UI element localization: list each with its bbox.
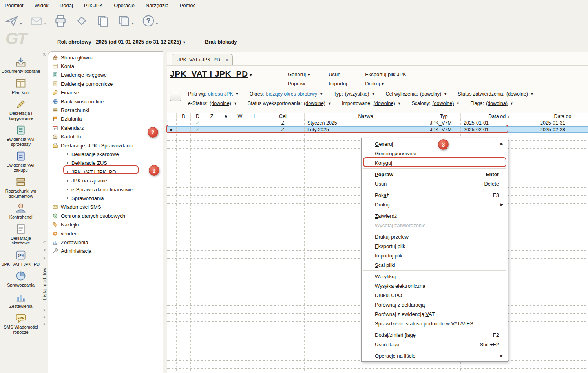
context-menu-item-dodaj-zmien-flage[interactable]: Dodaj/zmień flagęF2	[362, 330, 508, 340]
menu-operacje[interactable]: Operacje	[114, 2, 135, 8]
filter-scalony[interactable]: Scalony:(dowolne)	[411, 101, 460, 106]
jpk-file-row[interactable]: ✓ZStyczeń 2025JPK_V7M2025-01-012025-01-3…	[167, 119, 588, 126]
module-kontrahenci[interactable]: Kontrahenci	[1, 202, 40, 220]
menu-plik-jpk[interactable]: Plik JPK	[84, 2, 103, 8]
module-ewidencja-vat-sprzedazy[interactable]: Ewidencja VAT sprzedaży	[1, 125, 40, 147]
toolbar-send-button[interactable]	[5, 13, 23, 28]
dropdown-caret-icon[interactable]	[44, 20, 46, 28]
module-dokumenty-pobrane[interactable]: Dokumenty pobrane	[1, 57, 40, 74]
module-ewidencja-vat-zakupu[interactable]: Ewidencja VAT zakupu	[1, 151, 40, 173]
toolbar-copy-button[interactable]	[95, 13, 110, 28]
menu-pomoc[interactable]: Pomoc	[179, 2, 195, 8]
action-importuj[interactable]: Importuj	[329, 81, 347, 86]
tree-item-jpk-na-zadanie[interactable]: JPK na żądanie	[48, 176, 163, 185]
context-menu-item-scal-pliki[interactable]: Scal pliki	[362, 260, 508, 270]
tree-item-jpk-vat-i-jpk-pd[interactable]: JPK_VAT i JPK_PD	[48, 167, 163, 176]
context-menu-item-eksportuj-plik[interactable]: Eksportuj plik	[362, 241, 508, 251]
context-menu-item-popraw[interactable]: PoprawEnter	[362, 169, 508, 179]
filter-e-status[interactable]: e-Status:(dowolne)	[188, 101, 237, 106]
tree-item-kalendarz[interactable]: Kalendarz	[48, 123, 163, 132]
dropdown-caret-icon[interactable]	[20, 20, 22, 28]
page-title[interactable]: JPK_VAT i JPK_PD	[170, 69, 252, 79]
toolbar-print-button[interactable]	[53, 13, 68, 28]
context-menu-item-drukuj[interactable]: Drukuj	[362, 200, 508, 209]
filter-status-wyeksportowania[interactable]: Status wyeksportowania:(dowolne)	[248, 101, 331, 106]
column-header-data_od[interactable]: Data od	[461, 113, 537, 119]
tree-item-wiadomosci-sms[interactable]: Wiadomości SMS	[48, 203, 163, 211]
column-header-typ[interactable]: Typ	[427, 113, 461, 119]
context-menu-item-wysylka-elektroniczna[interactable]: Wysyłka elektroniczna	[362, 281, 508, 290]
grid-header-row[interactable]: BDZeWICelNazwaTypData odData do	[167, 113, 588, 119]
context-menu-item-drukuj-przelew[interactable]: Drukuj przelew	[362, 232, 508, 241]
collapse-chevron-icon[interactable]	[43, 240, 46, 244]
column-header-cel[interactable]: Cel	[261, 113, 305, 119]
collapse-chevron-icon[interactable]	[43, 307, 46, 312]
action-popraw[interactable]: Popraw	[288, 81, 310, 86]
column-header-nazwa[interactable]: Nazwa	[305, 113, 427, 119]
module-dekretacja-i-ksiegowanie[interactable]: Dekretacja i księgowanie	[1, 99, 40, 121]
column-header-w[interactable]: W	[233, 113, 247, 119]
jpk-file-row[interactable]: ▶✓ZLuty 2025JPK_V7M2025-02-012025-02-28	[167, 126, 588, 133]
column-header-i[interactable]: I	[247, 113, 261, 119]
filter-okres[interactable]: Okres:bieżący okres obrotowy	[250, 91, 323, 97]
tree-item-vendero[interactable]: vendero	[48, 229, 163, 238]
tree-item-administracja[interactable]: Administracja	[48, 247, 163, 255]
module-plan-kont[interactable]: Plan kont	[1, 78, 40, 95]
context-menu-item-operacje-na-liscie[interactable]: Operacje na liście	[362, 351, 508, 360]
action-usun[interactable]: Usuń	[329, 72, 347, 77]
context-menu-item-porownaj-z-ewidencja-vat[interactable]: Porównaj z ewidencją VAT	[362, 309, 508, 319]
module-deklaracje-skarbowe[interactable]: Deklaracje skarbowe	[1, 224, 40, 246]
tree-item-ewidencje-ksiegowe[interactable]: Ewidencje księgowe	[48, 71, 163, 79]
context-menu-item-koryguj[interactable]: Koryguj	[362, 158, 508, 167]
collapse-chevron-icon[interactable]	[43, 248, 46, 252]
action-generuj[interactable]: Generuj	[288, 72, 310, 77]
filter-cel-wyliczenia[interactable]: Cel wyliczenia:(dowolny)	[385, 91, 447, 97]
fiscal-year-selector[interactable]: Rok obrotowy - 2025 (od 01-01-2025 do 31…	[57, 39, 186, 45]
collapse-chevron-icon[interactable]	[43, 255, 46, 260]
tree-item-e-sprawozdania-finansowe[interactable]: e-Sprawozdania finansowe	[48, 185, 163, 194]
tree-item-naklejki[interactable]: Naklejki	[48, 220, 163, 229]
filter-status-zatwierdzenia[interactable]: Status zatwierdzenia:(dowolne)	[458, 91, 534, 97]
tree-item-finanse[interactable]: Finanse	[48, 88, 163, 97]
lock-status-link[interactable]: Brak blokady	[205, 39, 237, 45]
context-menu-item-generuj-ponownie[interactable]: Generuj ponownie	[362, 149, 508, 158]
module-sprawozdania[interactable]: Sprawozdania	[1, 270, 40, 288]
context-menu-item-pokaz[interactable]: PokażF3	[362, 190, 508, 200]
column-header-e[interactable]: e	[219, 113, 233, 119]
action-eksportuj-plik-jpk[interactable]: Eksportuj plik JPK	[365, 72, 406, 77]
collapse-chevron-icon[interactable]	[43, 322, 46, 326]
filter-flaga[interactable]: Flaga:(dowolna)	[470, 101, 513, 106]
tree-item-kartoteki[interactable]: Kartoteki	[48, 132, 163, 141]
module-sms-wiadomosci-robocze[interactable]: SMSSMS Wiadomości robocze	[1, 312, 40, 334]
tree-item-konta[interactable]: Konta	[48, 62, 163, 70]
column-header-z[interactable]: Z	[205, 113, 219, 119]
dropdown-caret-icon[interactable]	[132, 20, 134, 28]
column-header-ind[interactable]	[167, 113, 177, 119]
tab-close-icon[interactable]	[226, 57, 228, 62]
tree-item-sprawozdania[interactable]: Sprawozdania	[48, 194, 163, 202]
column-header-data_do[interactable]: Data do	[537, 113, 588, 119]
context-menu-item-weryfikuj[interactable]: Weryfikuj	[362, 272, 508, 281]
toolbar-help-button[interactable]: ?	[141, 13, 159, 28]
context-menu-item-importuj-plik[interactable]: Importuj plik	[362, 251, 508, 260]
toolbar-stack-button[interactable]	[117, 13, 135, 28]
tree-item-dzialania[interactable]: Działania	[48, 115, 163, 123]
context-menu-item-generuj[interactable]: Generuj	[362, 139, 508, 149]
column-header-b[interactable]: B	[177, 113, 191, 119]
tree-item-deklaracje-zus[interactable]: Deklaracje ZUS	[48, 159, 163, 167]
tree-item-strona-glowna[interactable]: Strona główna	[48, 53, 163, 62]
module-zestawienia[interactable]: Zestawienia	[1, 292, 40, 309]
collapse-chevron-icon[interactable]	[43, 314, 46, 319]
tree-item-ewidencje-pomocnicze[interactable]: Ewidencje pomocnicze	[48, 79, 163, 88]
action-drukuj[interactable]: Drukuj	[365, 81, 406, 86]
context-menu-item-porownaj-z-deklaracja[interactable]: Porównaj z deklaracją	[362, 300, 508, 309]
tree-item-rozrachunki[interactable]: Rozrachunki	[48, 106, 163, 114]
filter-typ[interactable]: Typ:(wszystkie)	[334, 91, 375, 97]
toolbar-eraser-button[interactable]	[74, 13, 89, 28]
tab-jpk-vat-i-jpk-pd[interactable]: JPK_VAT i JPK_PD	[172, 54, 233, 65]
tree-item-ochrona-danych-osobowych[interactable]: Ochrona danych osobowych	[48, 211, 163, 220]
tree-item-deklaracje-jpk-i-sprawozdania[interactable]: Deklaracje, JPK i Sprawozdania	[48, 141, 163, 150]
more-filters-button[interactable]: ...	[170, 92, 181, 101]
pin-icon[interactable]	[42, 52, 47, 57]
context-menu-item-usun-flage[interactable]: Usuń flagęShift+F2	[362, 340, 508, 349]
